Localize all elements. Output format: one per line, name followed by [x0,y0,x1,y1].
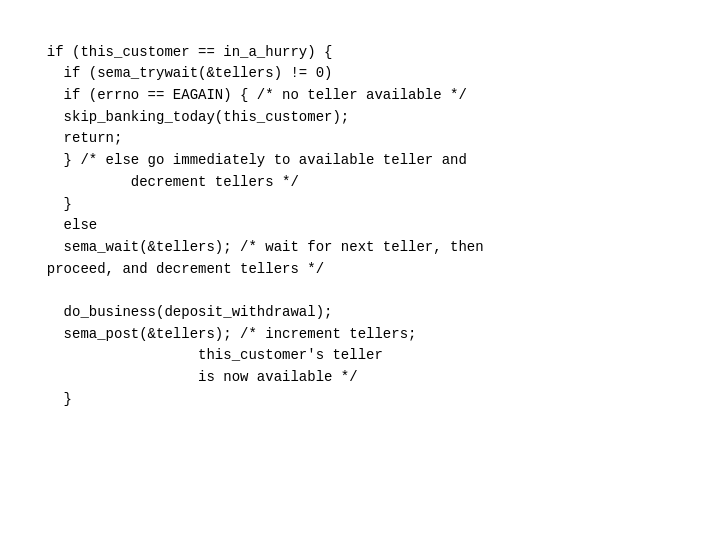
code-block: if (this_customer == in_a_hurry) { if (s… [0,0,720,430]
code-line-1: if (this_customer == in_a_hurry) { if (s… [30,44,484,407]
